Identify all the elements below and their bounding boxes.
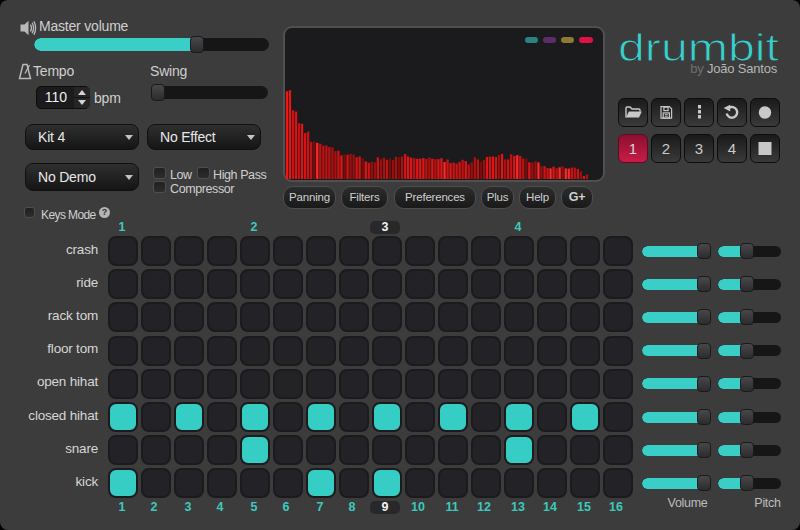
svg-text:drumbit: drumbit [618,27,780,64]
